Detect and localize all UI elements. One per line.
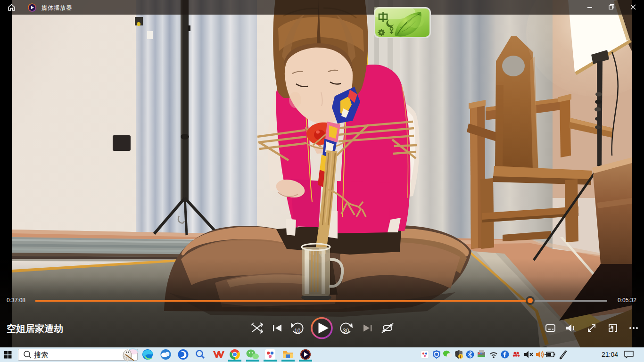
svg-text:30: 30 [343, 328, 349, 334]
svg-text:10: 10 [294, 328, 301, 334]
svg-text:!: ! [460, 354, 462, 359]
